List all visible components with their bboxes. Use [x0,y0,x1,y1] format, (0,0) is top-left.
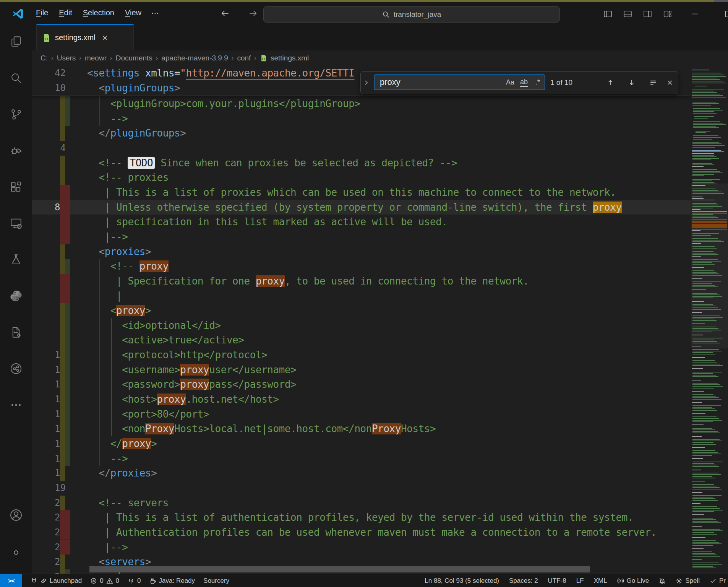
menu-edit[interactable]: Edit [54,6,77,20]
python-icon[interactable] [0,282,32,310]
code-line[interactable]: 1 | This is a list of proxies which can … [32,185,691,200]
code-line[interactable]: 13 <host>proxy.host.net</host> [32,392,691,407]
previous-match-button[interactable] [603,76,617,89]
code-line[interactable]: 3 <proxies> [32,244,691,259]
line-number[interactable]: 10 [32,81,66,96]
status-java-status[interactable]: Java: Ready [149,577,195,585]
breadcrumb-item[interactable]: meowr [85,54,107,62]
run-and-debug-icon[interactable] [0,137,32,165]
remote-indicator[interactable]: >< [0,574,22,587]
line-number[interactable]: 19 [32,481,66,496]
sharing-icon[interactable] [0,354,32,383]
code-line[interactable]: 16 </proxy> [32,436,691,451]
code-line[interactable]: 20 <!-- servers [32,496,691,511]
code-line[interactable]: 18 </proxies> [32,466,691,481]
status-ports[interactable]: 0 [128,577,141,585]
tab-settings-xml[interactable]: settings.xml × [36,24,134,50]
breadcrumb-item[interactable]: Users [57,54,76,62]
code-line[interactable]: 4 [32,141,691,156]
code-line[interactable]: 11 <username>proxyuser</username> [32,363,691,377]
code-line[interactable]: 7 <pluginGroup>com.your.plugins</pluginG… [32,96,691,111]
status-indentation[interactable]: Spaces: 2 [509,577,538,585]
status-launchpad[interactable]: Launchpad [31,577,82,585]
code-line[interactable]: 15 <nonProxyHosts>local.net|some.host.co… [32,421,691,436]
search-icon[interactable] [0,64,32,92]
menu-view[interactable]: View [120,6,147,20]
minimap-line [692,270,714,271]
status-eol[interactable]: LF [576,577,584,585]
more-icon[interactable] [0,391,32,419]
code-line[interactable]: 6 | [32,288,691,303]
close-find-button[interactable] [663,76,677,89]
code-line[interactable]: 4 <!-- proxy [32,259,691,274]
next-match-button[interactable] [625,76,639,89]
line-number[interactable]: 4 [32,141,66,156]
minimap-line [693,137,721,138]
code-line[interactable]: 1 | specification in this list marked as… [32,215,691,229]
status-language-mode[interactable]: XML [594,577,607,585]
breadcrumb-file[interactable]: settings.xml [271,54,309,62]
breadcrumb-item[interactable]: C: [41,54,48,62]
toggle-panel-icon[interactable] [621,7,634,20]
command-center-search[interactable]: translator_java [263,6,560,23]
match-case-button[interactable]: Aa [503,76,517,88]
extensions-icon[interactable] [0,173,32,201]
minimize-button[interactable] [688,7,702,20]
status-spell-checker[interactable]: Spell [676,577,700,585]
breadcrumb-item[interactable]: apache-maven-3.9.9 [161,54,228,62]
code-line[interactable]: 19 [32,481,691,496]
accounts-icon[interactable] [0,501,32,529]
code-line[interactable]: 7 <proxy> [32,303,691,318]
status-sourcery[interactable]: Sourcery [203,577,229,585]
status-go-live[interactable]: Go Live [617,577,649,585]
status-problems[interactable]: 00 [90,577,119,585]
tab-close-icon[interactable]: × [102,34,108,42]
breadcrumb-item[interactable]: Documents [116,54,152,62]
code-line[interactable]: 3 <!-- TODO Since when can proxies be se… [32,156,691,171]
code-line[interactable]: 6 --> [32,111,691,126]
regex-button[interactable]: .* [531,76,545,88]
code-line[interactable]: 2 <!-- proxies [32,170,691,185]
navigate-back-button[interactable] [219,7,232,20]
toggle-secondary-sidebar-icon[interactable] [640,7,654,20]
status-formatter[interactable]: Pr [710,577,726,585]
code-line[interactable]: 23 |--> [32,540,691,555]
menu-selection[interactable]: Selection [78,6,120,20]
menu-file[interactable]: File [31,6,54,20]
source-control-icon[interactable] [0,100,32,128]
menu-more[interactable]: ⋯ [147,6,164,20]
customize-layout-icon[interactable] [660,7,674,20]
code-line[interactable]: 8 <id>optional</id> [32,318,691,333]
whole-word-button[interactable]: ab [517,76,531,88]
code-line[interactable]: 5 </pluginGroups> [32,126,691,141]
status-cursor-position[interactable]: Ln 88, Col 93 (5 selected) [425,577,499,585]
find-input[interactable]: proxy Aa ab .* [375,75,545,89]
status-do-not-disturb[interactable] [659,577,666,584]
maximize-button[interactable] [722,7,728,20]
toggle-replace-button[interactable] [363,77,372,88]
find-in-selection-button[interactable] [646,76,660,89]
code-line[interactable]: 12 <password>proxypass</password> [32,377,691,392]
toggle-primary-sidebar-icon[interactable] [601,7,615,20]
code-line[interactable]: 21 | This is a list of authentication pr… [32,510,691,525]
breadcrumb-item[interactable]: conf [237,54,251,62]
code-line[interactable]: 17 --> [32,451,691,466]
line-number[interactable]: 42 [32,66,66,81]
code-line[interactable]: 88 | Unless otherwise specified (by syst… [32,200,691,215]
navigate-forward-button[interactable] [246,7,259,20]
remote-explorer-icon[interactable] [0,209,32,237]
code-line[interactable]: 2 |--> [32,229,691,244]
cpp-tools-icon[interactable] [0,318,32,346]
code-line[interactable]: 9 <active>true</active> [32,333,691,348]
explorer-icon[interactable] [0,28,32,56]
minimap[interactable] [691,66,728,574]
manage-icon[interactable] [0,538,32,567]
code-line[interactable]: 22 | Authentication profiles can be used… [32,525,691,540]
code-line[interactable]: 14 <port>80</port> [32,407,691,422]
code-line[interactable]: 5 | Specification for one proxy, to be u… [32,274,691,289]
editor[interactable]: 7 <pluginGroup>com.your.plugins</pluginG… [32,66,728,574]
status-encoding[interactable]: UTF-8 [548,577,566,585]
horizontal-scrollbar[interactable] [89,566,590,572]
code-line[interactable]: 10 <protocol>http</protocol> [32,348,691,363]
testing-icon[interactable] [0,246,32,274]
